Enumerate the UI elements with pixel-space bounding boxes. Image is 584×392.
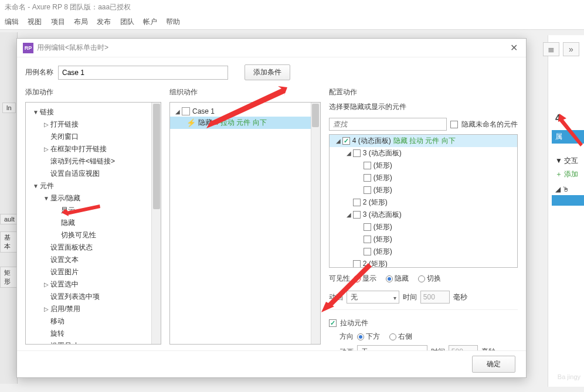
action-tree-item[interactable]: 切换可见性 <box>26 229 161 241</box>
bg-left-panel: ln ault 基本 矩形 <box>0 32 18 384</box>
widget-tree-item[interactable]: (矩形) <box>330 172 517 184</box>
ok-button[interactable]: 确定 <box>472 356 515 373</box>
time-input[interactable] <box>420 291 450 304</box>
action-tree-item[interactable]: 隐藏 <box>26 217 161 229</box>
add-condition-button[interactable]: 添加条件 <box>245 64 290 80</box>
widget-checkbox[interactable] <box>364 223 371 231</box>
action-node[interactable]: ⚡ 隐藏 4 拉动 元件 向下 <box>170 117 320 129</box>
widget-tree-item[interactable]: ◢3 (动态面板) <box>330 209 517 221</box>
time2-input[interactable] <box>449 345 478 350</box>
menu-edit[interactable]: 编辑 <box>5 18 19 26</box>
anim-select[interactable]: 无 <box>347 291 399 304</box>
toolbar-btn[interactable]: ≣ <box>543 42 559 56</box>
widget-tree-item[interactable]: (矩形) <box>330 221 517 233</box>
menu-project[interactable]: 项目 <box>51 18 65 26</box>
action-detail: 4 拉动 元件 向下 <box>215 118 267 128</box>
pull-widgets-label: 拉动元件 <box>340 318 368 328</box>
widget-tree-item[interactable]: ◢4 (动态面板)隐藏 拉动 元件 向下 <box>330 135 517 147</box>
widget-checkbox[interactable] <box>353 199 361 206</box>
widget-checkbox[interactable] <box>364 186 371 194</box>
radio-icon <box>354 275 361 282</box>
watermark: Ba jingy <box>558 373 580 380</box>
action-tree-item[interactable]: 设置图片 <box>26 266 161 278</box>
widget-search-input[interactable] <box>329 118 447 131</box>
hide-unnamed-label: 隐藏未命名的元件 <box>461 120 518 129</box>
bg-tab[interactable]: 基本 <box>0 231 17 253</box>
dialog-header: RP 用例编辑<鼠标单击时> ✕ <box>17 39 526 57</box>
bg-add-case[interactable]: 添加 <box>564 170 578 178</box>
action-tree-item[interactable]: ▼显示/隐藏 <box>26 192 161 204</box>
radio-show[interactable]: 显示 <box>354 274 376 284</box>
action-tree-item[interactable]: 设置面板状态 <box>26 241 161 254</box>
action-tree-item[interactable]: ▷在框架中打开链接 <box>26 143 161 155</box>
radio-icon <box>418 275 425 282</box>
widget-checkbox[interactable] <box>353 149 361 157</box>
widget-checkbox[interactable] <box>364 236 371 243</box>
action-tree-item[interactable]: 关闭窗口 <box>26 131 161 143</box>
pull-widgets-checkbox[interactable] <box>329 319 337 327</box>
bg-tab[interactable]: ln <box>2 103 16 113</box>
select-widgets-label: 选择要隐藏或显示的元件 <box>329 102 518 112</box>
widget-tree-item[interactable]: ◢3 (动态面板) <box>330 147 517 159</box>
radio-below[interactable]: 下方 <box>357 332 380 342</box>
action-tree-item[interactable]: ▷设置选中 <box>26 278 161 291</box>
widget-tree-item[interactable]: 2 (矩形) <box>330 258 517 268</box>
widget-checkbox[interactable] <box>342 137 350 145</box>
action-tree-item[interactable]: ▷启用/禁用 <box>26 303 161 315</box>
radio-right[interactable]: 右侧 <box>389 332 412 342</box>
organize-tree[interactable]: ◢ Case 1 ⚡ 隐藏 4 拉动 元件 向下 <box>169 102 321 345</box>
menu-help[interactable]: 帮助 <box>166 18 180 26</box>
action-tree-item[interactable]: 移动 <box>26 315 161 328</box>
anim-label: 动画 <box>329 292 343 302</box>
menu-account[interactable]: 帐户 <box>143 18 157 26</box>
bg-tab[interactable]: ault <box>0 214 19 224</box>
action-tree-item[interactable]: 滚动到元件<锚链接> <box>26 155 161 168</box>
widget-checkbox[interactable] <box>364 248 371 255</box>
action-tree-item[interactable]: ▷打开链接 <box>26 118 161 131</box>
widget-tree-item[interactable]: (矩形) <box>330 159 517 172</box>
radio-icon <box>386 275 393 282</box>
close-icon[interactable]: ✕ <box>508 42 520 53</box>
widget-tree-item[interactable]: 2 (矩形) <box>330 196 517 209</box>
scrollbar[interactable] <box>311 103 320 344</box>
toolbar-more-btn[interactable]: » <box>563 42 579 56</box>
menu-view[interactable]: 视图 <box>28 18 42 26</box>
action-tree-item[interactable]: 设置尺寸 <box>26 340 161 345</box>
widget-tree-item[interactable]: (矩形) <box>330 233 517 246</box>
hide-unnamed-checkbox[interactable] <box>450 121 458 128</box>
anim2-select[interactable]: 无 <box>357 345 427 350</box>
menu-layout[interactable]: 布局 <box>74 18 88 26</box>
case-node[interactable]: ◢ Case 1 <box>170 106 320 117</box>
expand-icon[interactable]: ◢ <box>175 108 181 115</box>
menu-team[interactable]: 团队 <box>120 18 134 26</box>
case-editor-dialog: RP 用例编辑<鼠标单击时> ✕ 用例名称 添加条件 添加动作 ▼链接▷打开链接… <box>16 38 527 378</box>
bg-prop-tab[interactable]: 属 <box>552 130 584 144</box>
action-tree-item[interactable]: 设置列表选中项 <box>26 291 161 303</box>
widget-tree[interactable]: ◢4 (动态面板)隐藏 拉动 元件 向下◢3 (动态面板)(矩形)(矩形)(矩形… <box>329 134 518 268</box>
widget-checkbox[interactable] <box>364 162 371 169</box>
configure-actions-title: 配置动作 <box>329 85 518 100</box>
widget-checkbox[interactable] <box>353 260 361 268</box>
widget-tree-item[interactable]: (矩形) <box>330 246 517 258</box>
time-unit: 毫秒 <box>453 292 467 302</box>
radio-hide[interactable]: 隐藏 <box>386 274 409 284</box>
widget-checkbox[interactable] <box>353 211 361 219</box>
case-name-input[interactable] <box>58 66 228 80</box>
scrollbar[interactable] <box>151 103 161 344</box>
dir-below-label: 下方 <box>366 332 380 342</box>
radio-toggle-label: 切换 <box>427 274 441 284</box>
widget-tree-item[interactable]: (矩形) <box>330 184 517 196</box>
actions-tree[interactable]: ▼链接▷打开链接关闭窗口▷在框架中打开链接滚动到元件<锚链接>设置自适应视图▼元… <box>25 102 161 345</box>
menu-publish[interactable]: 发布 <box>97 18 111 26</box>
action-tree-item[interactable]: 显示 <box>26 204 161 217</box>
bg-tab[interactable]: 矩形 <box>0 267 17 288</box>
action-tree-item[interactable]: 旋转 <box>26 328 161 340</box>
action-tree-item[interactable]: ▼链接 <box>26 106 161 118</box>
action-tree-item[interactable]: ▼元件 <box>26 180 161 192</box>
radio-hide-label: 隐藏 <box>395 274 409 284</box>
radio-toggle[interactable]: 切换 <box>418 274 441 284</box>
action-tree-item[interactable]: 设置文本 <box>26 254 161 266</box>
radio-show-label: 显示 <box>362 274 376 284</box>
action-tree-item[interactable]: 设置自适应视图 <box>26 168 161 180</box>
widget-checkbox[interactable] <box>364 174 371 182</box>
